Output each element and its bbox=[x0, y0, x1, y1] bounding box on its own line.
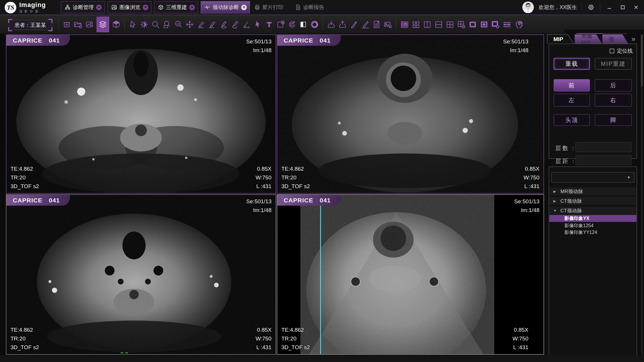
mri-slice-image bbox=[277, 35, 544, 193]
scrollbar-thumb[interactable] bbox=[641, 34, 643, 87]
chevron-more-icon[interactable]: » bbox=[631, 35, 635, 43]
layout-quad-icon[interactable] bbox=[412, 20, 420, 29]
org-chart-icon bbox=[65, 4, 70, 10]
head-view-button[interactable]: 头顶 bbox=[554, 114, 590, 126]
layer-spacing-input[interactable] bbox=[576, 155, 631, 165]
tab-label: 诊断管理 bbox=[73, 4, 94, 11]
invert-icon[interactable] bbox=[299, 20, 308, 29]
tree-collapsed-icon[interactable]: ▶ bbox=[553, 199, 557, 203]
reload-button[interactable]: 重载 bbox=[554, 58, 590, 70]
ai-analysis-icon[interactable] bbox=[514, 20, 524, 29]
download-icon[interactable] bbox=[327, 20, 336, 29]
gear-icon[interactable] bbox=[587, 3, 595, 12]
measure-ellipse-icon[interactable] bbox=[219, 20, 228, 29]
filmstrip-icon[interactable] bbox=[502, 20, 511, 29]
tree-item-impression-yy124[interactable]: 影像印象YY124 bbox=[549, 229, 636, 236]
tree-expanded-icon[interactable]: ▼ bbox=[553, 209, 557, 212]
cube-3d-icon[interactable] bbox=[112, 20, 121, 29]
mip-rebuild-button[interactable]: MIP重建 bbox=[595, 58, 632, 70]
menu-diagnosis-report[interactable]: 诊断报告 bbox=[295, 1, 324, 13]
back-view-button[interactable]: 后 bbox=[595, 79, 632, 91]
layer-count-input[interactable] bbox=[576, 142, 631, 152]
color-palette-icon[interactable] bbox=[310, 20, 319, 29]
panel-tab-unselected-mip-1[interactable]: 未选MIP bbox=[575, 34, 602, 44]
new-report-icon[interactable] bbox=[372, 20, 381, 29]
right-view-button[interactable]: 右 bbox=[595, 94, 632, 107]
open-folder-add-icon[interactable] bbox=[74, 20, 82, 29]
localizer-line[interactable] bbox=[320, 195, 321, 354]
viewport-axial-2[interactable]: CAPRICE 041 Se:501/13 Im:1/48 TE:4.862 T… bbox=[277, 34, 544, 194]
measure-angle-icon[interactable] bbox=[208, 20, 217, 29]
close-icon[interactable]: ✕ bbox=[241, 5, 247, 10]
brush-icon[interactable] bbox=[350, 20, 358, 29]
close-window-icon[interactable] bbox=[632, 3, 641, 12]
image-gallery-icon[interactable] bbox=[85, 20, 94, 29]
tab-image-browse[interactable]: 图像浏览 ✕ bbox=[107, 1, 151, 13]
left-view-button[interactable]: 左 bbox=[554, 94, 590, 107]
tree-item-ct-carotid-2[interactable]: ▼ CT颈动脉 bbox=[549, 206, 636, 215]
zoom-region-icon[interactable] bbox=[163, 20, 171, 29]
device-number: 041 bbox=[320, 197, 331, 204]
measure-polygon-icon[interactable] bbox=[231, 20, 239, 29]
text-annotation-icon[interactable] bbox=[265, 20, 274, 29]
layout-2col-icon[interactable] bbox=[423, 20, 432, 29]
layout-2row-icon[interactable] bbox=[434, 20, 443, 29]
viewport-axial-3[interactable]: CAPRICE 041 Se:501/13 Im:1/48 TE:4.862 T… bbox=[6, 194, 276, 355]
layers-tool-active[interactable] bbox=[96, 17, 109, 32]
tab-3d-reconstruction[interactable]: 三维重建 ✕ bbox=[154, 1, 198, 13]
front-view-button[interactable]: 前 bbox=[554, 79, 590, 91]
device-number: 041 bbox=[49, 197, 60, 204]
image-upload-icon[interactable] bbox=[384, 20, 392, 29]
shape-rect-icon[interactable] bbox=[468, 20, 477, 29]
brush-line-icon[interactable] bbox=[361, 20, 370, 29]
tree-item-impression-1254[interactable]: 影像印象1254 bbox=[549, 222, 636, 229]
shape-rect-remove-icon[interactable] bbox=[491, 20, 500, 29]
window-level-icon[interactable] bbox=[140, 20, 149, 29]
rect-annotation-icon[interactable] bbox=[276, 20, 285, 29]
panel-tab-mip[interactable]: MIP bbox=[547, 34, 574, 44]
localizer-checkbox[interactable] bbox=[610, 49, 614, 53]
tree-item-ct-carotid-1[interactable]: ▶ CT颈动脉 bbox=[549, 197, 636, 205]
tree-collapsed-icon[interactable]: ▶ bbox=[553, 190, 557, 193]
rotate-icon[interactable] bbox=[287, 20, 296, 29]
tab-diagnosis-management[interactable]: 诊断管理 ✕ bbox=[61, 1, 105, 13]
layout-2x2-icon[interactable] bbox=[446, 20, 454, 29]
foot-view-button[interactable]: 脚 bbox=[595, 114, 632, 126]
window-value: W:750 bbox=[255, 334, 271, 343]
upload-icon[interactable] bbox=[338, 20, 347, 29]
printer-icon bbox=[254, 4, 260, 10]
viewport-axial-1[interactable]: CAPRICE 041 Se:501/13 Im:1/48 TE:4.862 T… bbox=[6, 34, 276, 194]
arrow-annotation-icon[interactable] bbox=[253, 20, 262, 29]
menu-film-print[interactable]: 胶片打印 bbox=[254, 1, 283, 13]
zoom-2x-icon[interactable]: x2 bbox=[174, 20, 183, 29]
zoom-icon[interactable] bbox=[151, 20, 160, 29]
measure-length-icon[interactable] bbox=[197, 20, 205, 29]
layout-grid-icon[interactable] bbox=[400, 20, 409, 29]
tree-item-mr-carotid[interactable]: ▶ MR颈动脉 bbox=[549, 187, 636, 195]
shape-ellipse-icon[interactable] bbox=[480, 20, 488, 29]
tree-label: 影像印象1254 bbox=[564, 223, 594, 229]
panel-tab-label: MIP bbox=[553, 36, 563, 43]
zoom-factor: 0.85X bbox=[523, 165, 539, 173]
select-cursor-icon[interactable] bbox=[128, 20, 137, 29]
import-study-icon[interactable] bbox=[62, 20, 71, 29]
maximize-icon[interactable] bbox=[618, 3, 627, 12]
toolbar-separator bbox=[323, 18, 323, 31]
layout-remove-icon[interactable] bbox=[457, 20, 466, 29]
angle-tool-icon[interactable] bbox=[242, 20, 251, 29]
close-icon[interactable]: ✕ bbox=[143, 5, 148, 10]
tree-item-impression-yx[interactable]: 影像印象YX bbox=[549, 215, 636, 222]
avatar[interactable] bbox=[522, 1, 534, 13]
patient-selector[interactable]: 患者：王某某 bbox=[8, 19, 52, 31]
minimize-icon[interactable] bbox=[605, 3, 614, 12]
close-icon[interactable]: ✕ bbox=[189, 5, 195, 10]
panel-tab-unselected-mip-2[interactable]: 未选MIP bbox=[602, 34, 628, 44]
panel-scrollbar[interactable] bbox=[641, 34, 643, 355]
viewport-axial-4-active[interactable]: CAPRICE 041 Se:501/13 Im:1/48 TE:4.862 T… bbox=[277, 194, 544, 355]
tab-carotid-diagnosis[interactable]: 颈动脉诊断 ✕ bbox=[201, 1, 250, 13]
pan-icon[interactable] bbox=[185, 20, 194, 29]
image-info: Im:1/48 bbox=[514, 206, 539, 215]
close-icon[interactable]: ✕ bbox=[96, 5, 102, 10]
mip-controls-box: 定位线 重载 MIP重建 前 后 左 右 头顶 脚 层数 : 层距 : bbox=[549, 44, 637, 159]
series-dropdown[interactable]: ▼ bbox=[551, 172, 634, 183]
